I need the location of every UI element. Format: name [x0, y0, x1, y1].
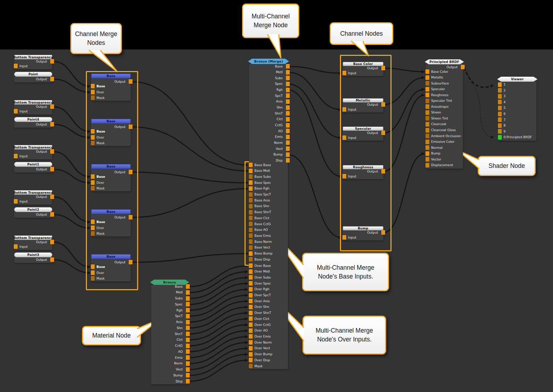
node-channel-base-color[interactable]: Base ColorOutputInput: [343, 62, 383, 76]
port-base-disp-in[interactable]: [249, 257, 253, 262]
port-roughness-in[interactable]: [425, 93, 429, 97]
port-input-in[interactable]: [14, 244, 18, 249]
node-channel-merge-base-4[interactable]: BaseOutputBaseOverMask: [91, 209, 131, 236]
port-base-out[interactable]: [186, 284, 190, 289]
node-bronze-material[interactable]: BronzeBaseMetlSubsSpecRghSpcTAnisShnShnT…: [151, 280, 188, 384]
port-over-clct-in[interactable]: [249, 316, 253, 321]
port-base-clct-in[interactable]: [249, 216, 253, 220]
node-principled-brdf[interactable]: Principled BRDFOutputBase ColorMetallicS…: [426, 59, 463, 169]
port-over-in[interactable]: [91, 90, 95, 94]
port-over-emis-in[interactable]: [249, 334, 253, 339]
port-clearcoat-in[interactable]: [425, 122, 429, 127]
port-cctg-out[interactable]: [186, 344, 190, 348]
node-channel-merge-base-3[interactable]: BaseOutputBaseOverMask: [91, 164, 131, 191]
port-over-in[interactable]: [91, 226, 95, 230]
port-ao-out[interactable]: [286, 129, 290, 133]
node-graph-canvas[interactable]: Channel Merge Nodes Multi-Channel Merge …: [0, 0, 553, 392]
node-channel-bump[interactable]: BumpOutputInput: [343, 226, 383, 240]
port-4-in[interactable]: [498, 100, 502, 104]
port-anis-out[interactable]: [186, 320, 190, 324]
port-spec-out[interactable]: [186, 302, 190, 306]
port-output-out[interactable]: [381, 66, 385, 70]
port-input-in[interactable]: [342, 71, 346, 75]
port-1-in[interactable]: [498, 82, 502, 87]
port-input-in[interactable]: [14, 109, 18, 113]
node-bottom-transparency-4[interactable]: Bottom TransparencyOutputInput: [14, 190, 52, 205]
port-base-vect-in[interactable]: [249, 245, 253, 250]
port-base-rgh-in[interactable]: [249, 186, 253, 191]
port-metallic-in[interactable]: [425, 75, 429, 80]
port-output-out[interactable]: [50, 167, 54, 171]
node-paint-paint4[interactable]: Paint4Output: [14, 117, 52, 128]
port-input-in[interactable]: [342, 107, 346, 112]
port-output-out[interactable]: [50, 257, 54, 262]
port-output-out[interactable]: [381, 102, 385, 107]
port-over-norm-in[interactable]: [249, 340, 253, 345]
port-output-out[interactable]: [381, 169, 385, 174]
port-over-rgh-in[interactable]: [249, 287, 253, 292]
port-base-in[interactable]: [91, 264, 95, 269]
port-output-out[interactable]: [50, 122, 54, 127]
node-paint-paint1[interactable]: Paint1Output: [14, 162, 52, 172]
port-spct-out[interactable]: [286, 93, 290, 98]
port-input-in[interactable]: [342, 174, 346, 179]
port-mask-in[interactable]: [91, 141, 95, 145]
port-base-in[interactable]: [91, 174, 95, 179]
port-over-metl-in[interactable]: [249, 269, 253, 274]
port-over-vect-in[interactable]: [249, 346, 253, 351]
port-base-shnt-in[interactable]: [249, 210, 253, 215]
port-base-in[interactable]: [91, 220, 95, 224]
port-over-shn-in[interactable]: [249, 305, 253, 309]
port-shn-out[interactable]: [286, 105, 290, 110]
node-channel-metallic[interactable]: MetallicOutputInput: [343, 98, 383, 112]
node-viewer[interactable]: Viewer1234567890:Principled BRDF: [498, 77, 536, 141]
port-over-bump-in[interactable]: [249, 352, 253, 357]
port-rgh-out[interactable]: [186, 308, 190, 312]
port-vect-out[interactable]: [186, 367, 190, 372]
port-input-in[interactable]: [14, 199, 18, 204]
port-base-metl-in[interactable]: [249, 169, 253, 173]
port-over-in[interactable]: [91, 135, 95, 140]
port-cctg-out[interactable]: [286, 123, 290, 128]
node-bottom-transparency-3[interactable]: Bottom TransparencyOutputInput: [14, 145, 52, 159]
port-9-in[interactable]: [498, 129, 502, 134]
port-base-ao-in[interactable]: [249, 228, 253, 232]
port-base-spec-in[interactable]: [249, 180, 253, 185]
port-anisotropic-in[interactable]: [425, 104, 429, 109]
port-spec-out[interactable]: [286, 82, 290, 86]
port-over-ao-in[interactable]: [249, 328, 253, 333]
port-output-out[interactable]: [381, 230, 385, 235]
port-8-in[interactable]: [498, 123, 502, 128]
port-base-anis-in[interactable]: [249, 198, 253, 203]
port-base-norm-in[interactable]: [249, 239, 253, 244]
port-sheen-in[interactable]: [425, 110, 429, 115]
port-base-spct-in[interactable]: [249, 192, 253, 197]
port-shn-out[interactable]: [186, 326, 190, 330]
port-5-in[interactable]: [498, 106, 502, 110]
node-channel-merge-base-2[interactable]: BaseOutputBaseOverMask: [91, 119, 131, 146]
port-over-in[interactable]: [91, 180, 95, 185]
port-bump-out[interactable]: [286, 152, 290, 157]
port-subs-out[interactable]: [286, 76, 290, 80]
port-base-subs-in[interactable]: [249, 174, 253, 179]
port-displacement-in[interactable]: [425, 163, 429, 168]
node-bottom-transparency-2[interactable]: Bottom TransparencyOutputInput: [14, 100, 52, 115]
port-ao-out[interactable]: [186, 349, 190, 354]
port-metl-out[interactable]: [186, 290, 190, 295]
port-clct-out[interactable]: [186, 338, 190, 342]
port-base-base-in[interactable]: [249, 163, 253, 167]
port-over-anis-in[interactable]: [249, 299, 253, 303]
node-paint-paint[interactable]: PaintOutput: [14, 72, 52, 82]
port-bump-out[interactable]: [186, 373, 190, 378]
port-emis-out[interactable]: [286, 135, 290, 139]
port-emissive-color-in[interactable]: [425, 140, 429, 144]
port-norm-out[interactable]: [186, 361, 190, 366]
port-base-emis-in[interactable]: [249, 233, 253, 238]
port-spct-out[interactable]: [186, 314, 190, 318]
port-over-cctg-in[interactable]: [249, 322, 253, 327]
port-mask-in[interactable]: [91, 95, 95, 100]
port-mask-in[interactable]: [249, 364, 253, 368]
port-ambient-occlusion-in[interactable]: [425, 134, 429, 138]
port-disp-out[interactable]: [186, 379, 190, 384]
port-output-out[interactable]: [50, 77, 54, 81]
